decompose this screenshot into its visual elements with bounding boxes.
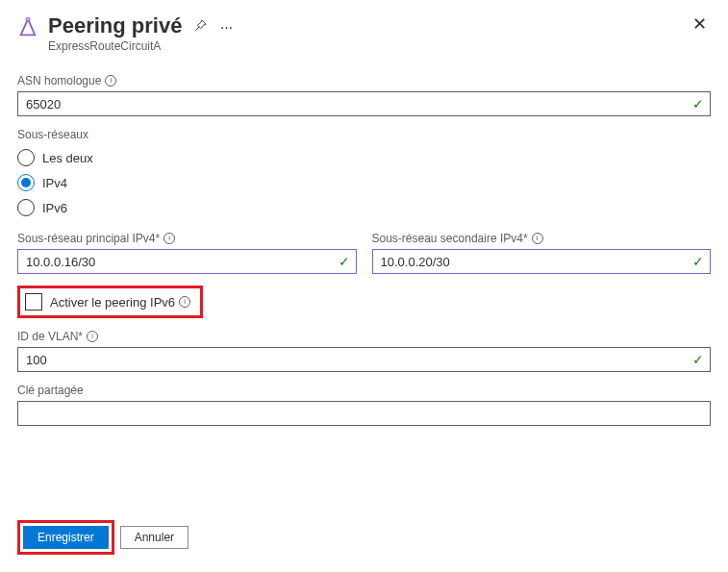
- radio-icon: [17, 199, 35, 216]
- info-icon[interactable]: i: [105, 75, 116, 87]
- radio-ipv4[interactable]: IPv4: [17, 170, 711, 195]
- footer-buttons: Enregistrer Annuler: [17, 520, 188, 555]
- info-icon[interactable]: i: [532, 233, 543, 244]
- close-button[interactable]: ✕: [692, 15, 707, 33]
- pin-icon[interactable]: [193, 19, 207, 36]
- asn-label: ASN homologuei: [17, 74, 711, 87]
- shared-key-label: Clé partagée: [17, 384, 711, 397]
- page-title: Peering privé: [48, 13, 182, 38]
- secondary-subnet-label: Sous-réseau secondaire IPv4* i: [372, 232, 712, 245]
- primary-subnet-input[interactable]: [17, 249, 357, 274]
- info-icon[interactable]: i: [179, 296, 190, 308]
- secondary-subnet-input[interactable]: [372, 249, 712, 274]
- svg-marker-0: [21, 19, 36, 36]
- asn-input[interactable]: [17, 91, 711, 116]
- info-icon[interactable]: i: [163, 233, 175, 244]
- expressroute-icon: [17, 17, 38, 38]
- panel-header: Peering privé ExpressRouteCircuitA ⋯ ✕: [17, 13, 711, 53]
- subnets-label: Sous-réseaux: [17, 128, 711, 141]
- subnets-radio-group: Les deux IPv4 IPv6: [17, 145, 711, 220]
- radio-ipv6[interactable]: IPv6: [17, 195, 711, 220]
- primary-subnet-label: Sous-réseau principal IPv4* i: [17, 232, 357, 245]
- cancel-button[interactable]: Annuler: [120, 526, 188, 549]
- save-button[interactable]: Enregistrer: [23, 526, 109, 549]
- checkbox-icon: [25, 293, 42, 311]
- shared-key-input[interactable]: [17, 401, 711, 426]
- radio-both[interactable]: Les deux: [17, 145, 711, 170]
- enable-ipv6-peering-checkbox[interactable]: Activer le peering IPv6i: [17, 286, 203, 318]
- vlan-label: ID de VLAN* i: [17, 330, 711, 343]
- svg-point-1: [26, 17, 30, 21]
- page-subtitle: ExpressRouteCircuitA: [48, 39, 182, 53]
- info-icon[interactable]: i: [87, 331, 98, 342]
- radio-icon: [17, 149, 35, 166]
- vlan-input[interactable]: [17, 347, 711, 372]
- more-icon[interactable]: ⋯: [220, 20, 233, 35]
- radio-icon: [17, 174, 35, 191]
